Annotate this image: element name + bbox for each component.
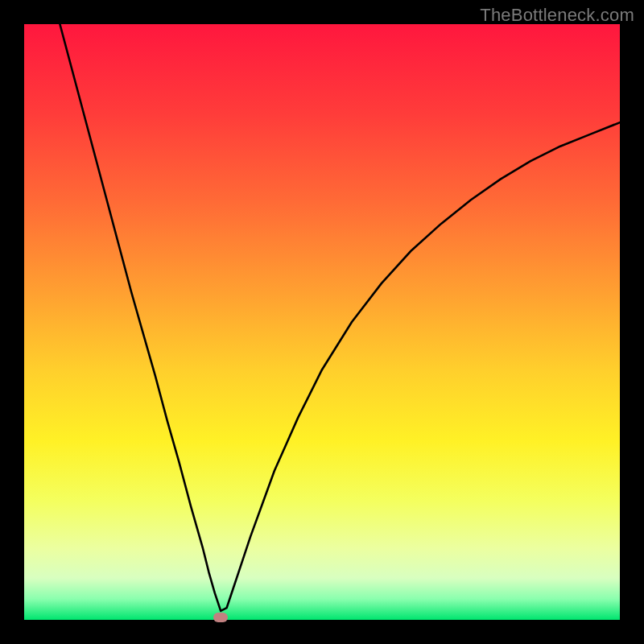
- optimum-marker: [213, 613, 228, 622]
- chart-frame: [24, 24, 620, 620]
- watermark-text: TheBottleneck.com: [480, 5, 634, 26]
- gradient-background: [24, 24, 620, 620]
- bottleneck-chart: [24, 24, 620, 620]
